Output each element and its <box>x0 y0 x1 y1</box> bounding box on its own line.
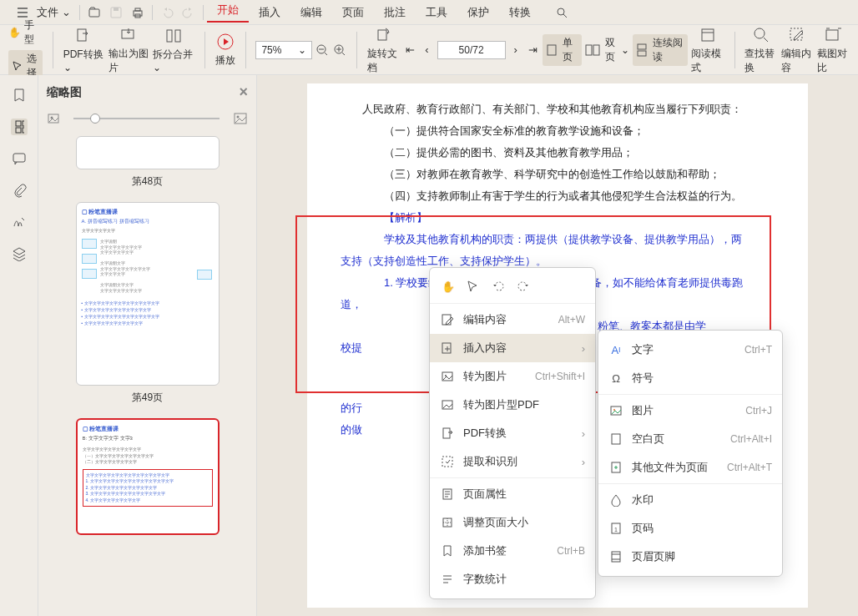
next-page-icon[interactable]: › <box>509 42 522 58</box>
sub-watermark[interactable]: 水印 <box>598 486 782 514</box>
ctx-edit-content[interactable]: 编辑内容 Alt+W <box>430 305 595 334</box>
rotate-right-icon[interactable] <box>515 278 532 295</box>
svg-rect-2 <box>114 8 119 11</box>
sub-image[interactable]: 图片 Ctrl+J <box>598 396 782 425</box>
thumb-49[interactable]: ▢ 粉笔直播课 A. 拼音缩写练习 拼音缩写练习 文字文字文字文字 文字说明文字… <box>76 202 220 386</box>
sub-text[interactable]: AI 文字 Ctrl+T <box>598 336 782 364</box>
tab-edit[interactable]: 编辑 <box>290 5 332 20</box>
last-page-icon[interactable]: ⇥ <box>526 42 539 58</box>
tab-annotate[interactable]: 批注 <box>374 5 416 20</box>
svg-rect-25 <box>23 121 24 126</box>
double-page-icon <box>585 43 600 58</box>
page-props-icon <box>440 487 455 502</box>
thumb-48[interactable] <box>76 136 220 169</box>
edit-content-tool[interactable]: 编辑内容 <box>781 25 814 75</box>
page-area[interactable]: 人民政府、教育行政部门、有关部门、学校和其他教育机构应当履行下列职责： （一）提… <box>257 75 858 616</box>
comment-icon[interactable] <box>11 150 28 167</box>
play-tool[interactable]: 播放 <box>215 32 235 68</box>
split-merge-tool[interactable]: 拆分合并 ⌄ <box>153 26 194 73</box>
open-icon[interactable] <box>83 2 105 23</box>
search-icon[interactable] <box>551 2 573 23</box>
sub-symbol[interactable]: Ω 符号 <box>598 364 782 392</box>
ctx-to-image-pdf[interactable]: 转为图片型PDF <box>430 391 595 419</box>
ctx-page-props[interactable]: 页面属性 <box>430 480 595 508</box>
double-page-tool[interactable]: 双页 ⌄ <box>585 36 628 64</box>
zoom-out-icon[interactable] <box>315 42 329 58</box>
context-menu: ✋ 编辑内容 Alt+W 插入内容 › 转为图片 Ctrl+Shift+I <box>429 267 596 599</box>
close-icon[interactable]: × <box>239 83 248 101</box>
svg-rect-38 <box>443 428 450 438</box>
edit-content-icon <box>787 25 807 45</box>
chevron-right-icon: › <box>582 427 585 440</box>
svg-rect-17 <box>593 45 599 55</box>
rotate-doc-tool[interactable]: 旋转文档 <box>367 25 400 75</box>
thumb-size-slider[interactable] <box>73 118 220 119</box>
ctx-extract[interactable]: 提取和识别 › <box>430 447 595 476</box>
sub-header-footer[interactable]: 页眉页脚 <box>598 543 782 571</box>
header-footer-icon <box>608 549 623 564</box>
ctx-bookmark[interactable]: 添加书签 Ctrl+B <box>430 537 595 565</box>
picture-icon <box>608 403 623 418</box>
thumb-large-icon[interactable] <box>233 111 248 126</box>
page-input[interactable]: 50/72 <box>437 41 506 59</box>
sub-other-file[interactable]: 其他文件为页面 Ctrl+Alt+T <box>598 453 782 482</box>
find-replace-tool[interactable]: 查找替换 <box>744 25 777 75</box>
export-image-tool[interactable]: 输出为图片 <box>109 25 149 75</box>
wordcount-icon <box>440 572 455 587</box>
tab-start[interactable]: 开始 <box>207 3 249 23</box>
ctx-resize[interactable]: 调整页面大小 <box>430 508 595 537</box>
ctx-insert[interactable]: 插入内容 › <box>430 334 595 362</box>
prev-page-icon[interactable]: ‹ <box>420 42 433 58</box>
tab-insert[interactable]: 插入 <box>249 5 290 20</box>
thumb-small-icon[interactable] <box>47 112 60 125</box>
ctx-pdf-convert[interactable]: PDF转换 › <box>430 419 595 447</box>
ctx-to-image[interactable]: 转为图片 Ctrl+Shift+I <box>430 362 595 391</box>
svg-point-32 <box>237 116 240 119</box>
attachment-icon[interactable] <box>11 182 28 199</box>
signature-icon[interactable] <box>11 214 28 230</box>
save-icon[interactable] <box>105 2 127 23</box>
cursor-icon <box>12 60 23 72</box>
hand-icon[interactable]: ✋ <box>440 278 457 295</box>
svg-rect-26 <box>16 128 21 133</box>
symbol-icon: Ω <box>608 371 623 386</box>
first-page-icon[interactable]: ⇤ <box>403 42 416 58</box>
tab-page[interactable]: 页面 <box>332 5 374 20</box>
tab-tools[interactable]: 工具 <box>416 5 457 20</box>
sub-pagenum[interactable]: 1 页码 <box>598 514 782 543</box>
thumbnail-list[interactable]: 第48页 ▢ 粉笔直播课 A. 拼音缩写练习 拼音缩写练习 文字文字文字文字 <box>47 136 248 603</box>
bookmark-icon[interactable] <box>11 87 28 104</box>
sub-blank[interactable]: 空白页 Ctrl+Alt+I <box>598 425 782 453</box>
redo-icon[interactable] <box>178 2 199 23</box>
ctx-wordcount[interactable]: 字数统计 <box>430 565 595 593</box>
single-page-tool[interactable]: 单页 <box>543 34 582 66</box>
hand-tool[interactable]: ✋手型 <box>8 18 43 47</box>
pdf-convert-tool[interactable]: PDF转换 ⌄ <box>63 26 105 73</box>
text-icon: AI <box>608 342 623 357</box>
undo-icon[interactable] <box>156 2 178 23</box>
thumbnail-icon[interactable] <box>11 119 28 135</box>
rotate-left-icon[interactable] <box>490 278 507 295</box>
doc-line: （三）对教师在教育教学、科学研究中的创造性工作给以鼓励和帮助； <box>341 164 791 185</box>
tab-protect[interactable]: 保护 <box>457 5 499 20</box>
doc-line: （一）提供符合国家安全标准的教育教学设施和设备； <box>341 120 791 142</box>
print-icon[interactable] <box>127 2 149 23</box>
layers-icon[interactable] <box>11 245 28 262</box>
tab-convert[interactable]: 转换 <box>499 5 541 20</box>
continuous-tool[interactable]: 连续阅读 <box>633 34 689 66</box>
svg-text:1: 1 <box>614 527 618 533</box>
zoom-in-icon[interactable] <box>333 42 346 58</box>
svg-rect-20 <box>702 29 714 41</box>
insert-icon <box>440 341 455 356</box>
find-icon <box>751 25 771 45</box>
cursor-icon[interactable] <box>465 278 482 295</box>
thumb-50[interactable]: ▢ 粉笔直播课 B: 文字文字文字 文字3 文字文字文字文字文字文字文字 （一）… <box>76 418 220 535</box>
svg-rect-10 <box>175 30 180 42</box>
svg-rect-18 <box>638 44 646 49</box>
main: 缩略图 × 第48页 ▢ 粉笔直播课 A. 拼音缩写练习 拼音缩写练习 文字文字… <box>0 75 858 616</box>
resize-icon <box>440 515 455 530</box>
zoom-input[interactable]: 75%⌄ <box>255 41 312 59</box>
screenshot-compare-tool[interactable]: 截图对比 <box>817 25 850 75</box>
reading-mode-tool[interactable]: 阅读模式 <box>691 25 724 75</box>
hand-icon: ✋ <box>8 27 21 38</box>
